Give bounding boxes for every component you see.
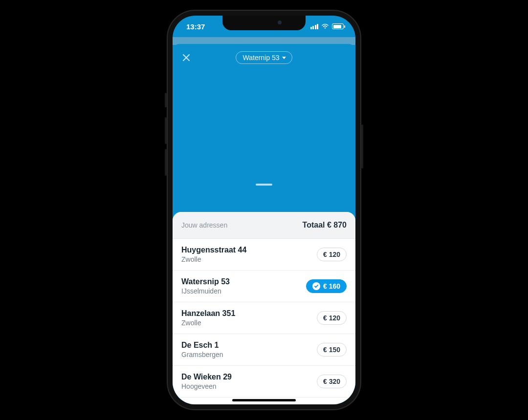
address-selector-label: Waternip 53: [243, 54, 280, 62]
list-item[interactable]: Watersnip 53 IJsselmuiden € 160: [173, 271, 355, 302]
address-title: Huygensstraat 44: [181, 246, 246, 254]
home-indicator[interactable]: [232, 399, 296, 401]
side-button: [165, 93, 167, 107]
side-button: [165, 117, 167, 144]
side-button: [165, 149, 167, 176]
panel-header: Jouw adressen Totaal € 870: [173, 212, 355, 239]
panel-total: Totaal € 870: [303, 221, 347, 230]
address-selector-pill[interactable]: Waternip 53: [236, 51, 293, 64]
list-item[interactable]: Hanzelaan 351 Zwolle € 120: [173, 302, 355, 334]
amount-badge[interactable]: € 120: [317, 248, 347, 261]
grabber-wrap: [173, 184, 355, 190]
address-city: Hoogeveen: [181, 382, 232, 390]
list-item[interactable]: Huygensstraat 44 Zwolle € 120: [173, 239, 355, 271]
address-list[interactable]: Huygensstraat 44 Zwolle € 120 Watersnip …: [173, 239, 355, 404]
cellular-icon: [310, 24, 319, 29]
list-item[interactable]: De Wieken 29 Hoogeveen € 320: [173, 366, 355, 398]
amount-badge[interactable]: € 120: [317, 311, 347, 325]
sheet-header: Waternip 53: [173, 44, 355, 71]
status-indicators: [310, 23, 344, 29]
side-button: [361, 125, 363, 168]
check-circle-icon: [312, 282, 320, 290]
wifi-icon: [321, 23, 329, 29]
screen: 13:37: [173, 16, 355, 404]
list-item[interactable]: De Esch 1 Gramsbergen € 150: [173, 334, 355, 366]
address-city: IJsselmuiden: [181, 287, 230, 295]
address-title: Watersnip 53: [181, 277, 230, 286]
amount-badge-selected[interactable]: € 160: [306, 279, 347, 293]
phone-frame: 13:37: [167, 10, 361, 410]
address-city: Zwolle: [181, 319, 235, 327]
drag-handle[interactable]: [256, 184, 272, 186]
address-title: De Esch 1: [181, 341, 223, 350]
notch: [222, 16, 306, 30]
close-button[interactable]: [179, 51, 193, 64]
sheet-hero-area: [173, 71, 355, 184]
addresses-panel: Jouw adressen Totaal € 870 Huygensstraat…: [173, 212, 355, 404]
modal-sheet: Waternip 53 Jouw adressen Totaal € 870: [173, 44, 355, 404]
address-city: Gramsbergen: [181, 351, 223, 358]
panel-label: Jouw adressen: [181, 221, 227, 229]
chevron-down-icon: [282, 57, 286, 59]
status-time: 13:37: [186, 22, 205, 31]
address-title: Hanzelaan 351: [181, 309, 235, 318]
address-city: Zwolle: [181, 255, 246, 263]
amount-badge[interactable]: € 150: [317, 343, 347, 357]
address-title: De Wieken 29: [181, 373, 232, 381]
amount-badge[interactable]: € 320: [317, 375, 347, 388]
battery-icon: [332, 23, 344, 29]
close-icon: [181, 53, 191, 63]
